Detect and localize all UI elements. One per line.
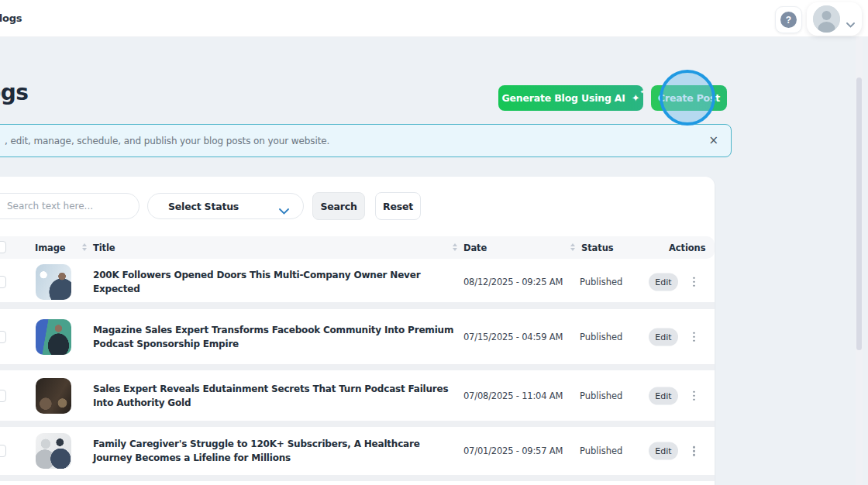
select-all-checkbox[interactable] (0, 241, 6, 253)
top-navigation-bar: Blogs ? (0, 0, 868, 37)
row-divider (0, 302, 715, 309)
edit-button[interactable]: Edit (649, 273, 678, 291)
status-badge: Published (580, 332, 622, 342)
row-checkbox[interactable] (0, 390, 6, 402)
row-checkbox[interactable] (0, 276, 6, 288)
row-checkbox[interactable] (0, 331, 6, 343)
page-title: Blogs (0, 80, 28, 105)
search-button[interactable]: Search (312, 192, 365, 220)
table-row: Magazine Sales Expert Transforms Faceboo… (0, 309, 715, 364)
row-checkbox[interactable] (0, 445, 6, 457)
edit-button[interactable]: Edit (649, 328, 678, 346)
column-header-date: Date (463, 242, 487, 253)
kebab-menu-icon[interactable] (690, 273, 698, 290)
post-title: Family Caregiver's Struggle to 120K+ Sub… (93, 437, 459, 465)
table-row: 200K Followers Opened Doors This Multi-C… (0, 261, 715, 302)
status-select[interactable]: Select Status (147, 193, 304, 219)
post-title: 200K Followers Opened Doors This Multi-C… (93, 268, 459, 296)
generate-blog-ai-button[interactable]: Generate Blog Using AI ✦ (498, 85, 643, 111)
post-date: 07/15/2025 - 04:59 AM (463, 332, 568, 342)
sort-icon[interactable] (453, 243, 457, 251)
help-button[interactable]: ? (775, 6, 802, 33)
close-icon[interactable]: × (708, 133, 718, 147)
post-title: Sales Expert Reveals Edutainment Secrets… (93, 382, 459, 410)
post-date: 08/12/2025 - 09:25 AM (463, 277, 568, 287)
post-thumbnail (36, 433, 71, 469)
user-menu-button[interactable] (807, 2, 862, 36)
post-thumbnail (36, 319, 71, 355)
table-row: Sales Expert Reveals Edutainment Secrets… (0, 370, 715, 421)
breadcrumb[interactable]: Blogs (0, 12, 22, 24)
row-divider (0, 364, 715, 370)
post-date: 07/08/2025 - 11:04 AM (463, 390, 568, 401)
help-icon: ? (780, 12, 797, 28)
column-header-title: Title (93, 242, 115, 253)
chevron-down-icon (279, 203, 289, 218)
post-date: 07/01/2025 - 09:57 AM (463, 445, 568, 456)
column-header-status: Status (581, 242, 613, 253)
status-select-value: Select Status (168, 201, 239, 212)
column-header-actions: Actions (669, 242, 705, 253)
table-header: Image Title Date Status Actions (0, 236, 715, 259)
status-badge: Published (580, 277, 622, 287)
edit-button[interactable]: Edit (649, 387, 678, 404)
kebab-menu-icon[interactable] (690, 387, 698, 404)
sort-icon[interactable] (570, 243, 575, 251)
post-title: Magazine Sales Expert Transforms Faceboo… (93, 323, 459, 351)
status-badge: Published (580, 390, 622, 401)
sparkle-icon: ✦ (632, 93, 640, 103)
avatar (813, 5, 840, 33)
blog-table-card: Select Status Search Reset Image Title D… (0, 177, 715, 485)
create-post-button[interactable]: Create Post (651, 85, 727, 111)
kebab-menu-icon[interactable] (690, 328, 698, 345)
search-input[interactable] (0, 193, 140, 219)
edit-button[interactable]: Edit (649, 442, 678, 460)
status-badge: Published (580, 445, 622, 456)
table-row: Family Caregiver's Struggle to 120K+ Sub… (0, 427, 715, 475)
column-header-image: Image (35, 242, 66, 253)
row-divider (0, 421, 715, 427)
kebab-menu-icon[interactable] (690, 443, 698, 459)
generate-blog-ai-label: Generate Blog Using AI (502, 92, 625, 104)
info-banner: , edit, manage, schedule, and publish yo… (0, 124, 732, 157)
info-banner-text: , edit, manage, schedule, and publish yo… (5, 136, 329, 146)
post-thumbnail (36, 264, 71, 300)
sort-icon[interactable] (82, 243, 87, 251)
row-divider (0, 475, 715, 481)
reset-button[interactable]: Reset (375, 192, 421, 220)
scrollbar-thumb[interactable] (856, 77, 862, 350)
chevron-down-icon (846, 16, 855, 31)
post-thumbnail (36, 378, 71, 414)
